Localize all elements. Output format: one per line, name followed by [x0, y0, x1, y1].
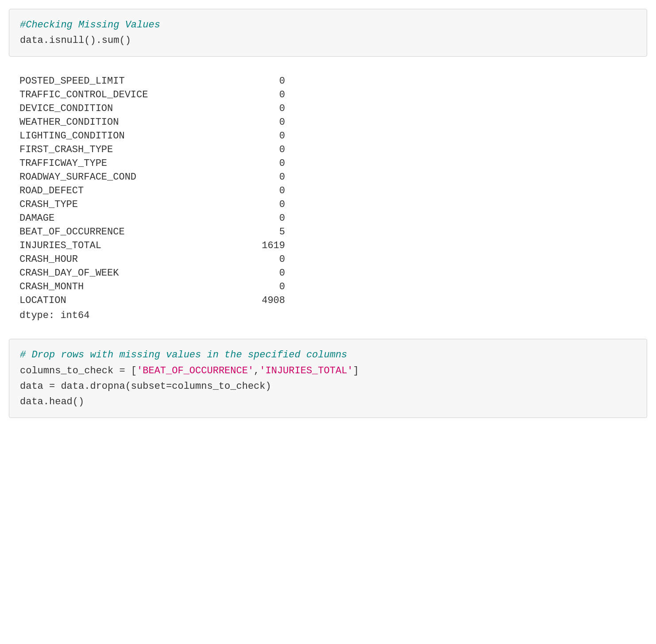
output-row-roadway-surface-cond: ROADWAY_SURFACE_COND 0 — [19, 170, 637, 184]
output-key: INJURIES_TOTAL — [19, 240, 250, 251]
output-row-traffic-control-device: TRAFFIC_CONTROL_DEVICE 0 — [19, 88, 637, 102]
output-key: DAMAGE — [19, 213, 250, 224]
output-row-road-defect: ROAD_DEFECT 0 — [19, 184, 637, 198]
output-value: 0 — [250, 172, 285, 183]
code-close-bracket: ] — [353, 365, 359, 376]
output-key: ROADWAY_SURFACE_COND — [19, 172, 250, 183]
output-value: 0 — [250, 130, 285, 142]
output-key: ROAD_DEFECT — [19, 185, 250, 196]
output-key: TRAFFICWAY_TYPE — [19, 158, 250, 169]
output-value: 4908 — [250, 295, 285, 306]
output-row-crash-day-of-week: CRASH_DAY_OF_WEEK 0 — [19, 266, 637, 280]
output-key: LOCATION — [19, 295, 250, 306]
output-key: POSTED_SPEED_LIMIT — [19, 76, 250, 87]
code-line-2b: data = data.dropna(subset=columns_to_che… — [20, 381, 271, 392]
output-row-location: LOCATION 4908 — [19, 294, 637, 307]
output-value: 0 — [250, 117, 285, 128]
output-key: LIGHTING_CONDITION — [19, 130, 250, 142]
code-line-2a: columns_to_check = [ — [20, 365, 137, 376]
output-value: 0 — [250, 103, 285, 114]
output-value: 0 — [250, 268, 285, 279]
output-value: 0 — [250, 254, 285, 265]
code-line-2c: data.head() — [20, 396, 84, 407]
output-row-injuries-total: INJURIES_TOTAL 1619 — [19, 239, 637, 253]
output-value: 0 — [250, 213, 285, 224]
output-key: CRASH_TYPE — [19, 199, 250, 210]
output-value: 0 — [250, 281, 285, 292]
output-row-device-condition: DEVICE_CONDITION 0 — [19, 102, 637, 115]
output-row-damage: DAMAGE 0 — [19, 211, 637, 225]
output-key: CRASH_DAY_OF_WEEK — [19, 268, 250, 279]
output-key: TRAFFIC_CONTROL_DEVICE — [19, 89, 250, 100]
output-row-crash-hour: CRASH_HOUR 0 — [19, 253, 637, 266]
output-row-trafficway-type: TRAFFICWAY_TYPE 0 — [19, 157, 637, 170]
output-value: 5 — [250, 226, 285, 238]
string-beat: 'BEAT_OF_OCCURRENCE' — [137, 365, 254, 376]
output-value: 0 — [250, 199, 285, 210]
output-key: CRASH_MONTH — [19, 281, 250, 292]
output-row-beat-of-occurrence: BEAT_OF_OCCURRENCE 5 — [19, 225, 637, 239]
output-value: 0 — [250, 76, 285, 87]
string-injuries: 'INJURIES_TOTAL' — [259, 365, 353, 376]
comment-line-1: #Checking Missing Values — [20, 19, 160, 31]
output-row-lighting-condition: LIGHTING_CONDITION 0 — [19, 129, 637, 143]
output-dtype: dtype: int64 — [19, 307, 637, 321]
output-key: DEVICE_CONDITION — [19, 103, 250, 114]
comment-line-2: # Drop rows with missing values in the s… — [20, 349, 347, 360]
output-row-weather-condition: WEATHER_CONDITION 0 — [19, 115, 637, 129]
code-line-1: data.isnull().sum() — [20, 35, 131, 46]
output-value: 0 — [250, 158, 285, 169]
code-cell-2[interactable]: # Drop rows with missing values in the s… — [9, 339, 647, 418]
output-value: 0 — [250, 185, 285, 196]
output-key: WEATHER_CONDITION — [19, 117, 250, 128]
output-key: BEAT_OF_OCCURRENCE — [19, 226, 250, 238]
output-key: FIRST_CRASH_TYPE — [19, 144, 250, 155]
output-row-first-crash-type: FIRST_CRASH_TYPE 0 — [19, 143, 637, 157]
output-value: 0 — [250, 89, 285, 100]
output-row-posted-speed-limit: POSTED_SPEED_LIMIT 0 — [19, 74, 637, 88]
output-key: CRASH_HOUR — [19, 254, 250, 265]
output-row-crash-type: CRASH_TYPE 0 — [19, 198, 637, 211]
code-cell-1[interactable]: #Checking Missing Values data.isnull().s… — [9, 9, 647, 57]
output-value: 0 — [250, 144, 285, 155]
output-value: 1619 — [250, 240, 285, 251]
output-area: POSTED_SPEED_LIMIT 0 TRAFFIC_CONTROL_DEV… — [9, 70, 647, 326]
code-comma: , — [254, 365, 259, 376]
output-row-crash-month: CRASH_MONTH 0 — [19, 280, 637, 294]
